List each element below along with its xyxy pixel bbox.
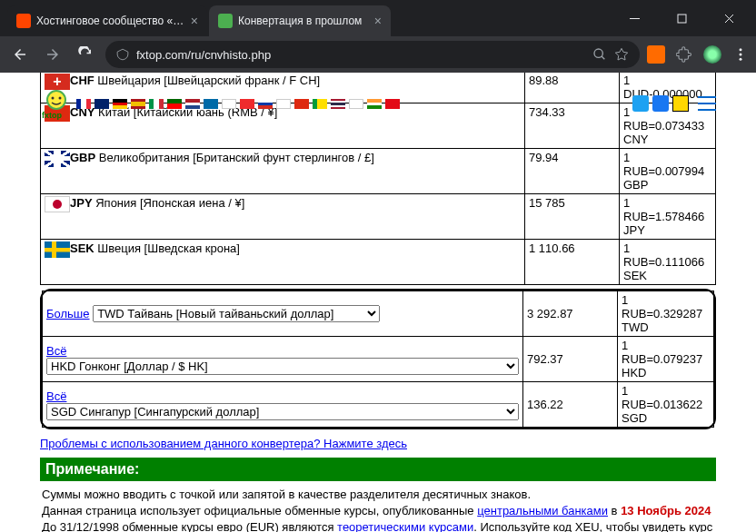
rate-cell: 1RUB=1.578466 JPY bbox=[620, 194, 716, 240]
extra-currencies-box: Больше TWD Тайвань [Новый тайваньский до… bbox=[40, 289, 716, 429]
table-row: JPY Япония [Японская иена / ¥] 15 785 1R… bbox=[41, 194, 716, 240]
table-row: SEK Швеция [Шведская крона] 1 110.66 1RU… bbox=[41, 240, 716, 285]
tab-title: Хостинговое сообщество «Ti… bbox=[36, 15, 185, 27]
flag-icon bbox=[45, 196, 70, 212]
flag-icon[interactable] bbox=[131, 99, 145, 109]
close-icon[interactable]: × bbox=[191, 14, 198, 28]
minimize-icon[interactable] bbox=[614, 5, 654, 32]
flag-icon[interactable] bbox=[294, 99, 309, 109]
value-cell: 15 785 bbox=[525, 194, 620, 240]
tab-title: Конвертация в прошлом bbox=[238, 15, 369, 27]
window-close-icon[interactable] bbox=[709, 5, 749, 32]
currency-desc: Швейцария [Швейцарский франк / F CH] bbox=[97, 74, 320, 87]
browser-tab[interactable]: Хостинговое сообщество «Ti… × bbox=[7, 5, 207, 36]
profile-icon[interactable] bbox=[703, 45, 721, 64]
all-link[interactable]: Всё bbox=[46, 389, 66, 403]
theoretical-rates-link[interactable]: теоретическими курсами bbox=[337, 520, 473, 532]
svg-point-2 bbox=[740, 48, 742, 51]
bookmark-icon[interactable] bbox=[614, 47, 629, 62]
language-flags bbox=[76, 99, 400, 109]
flag-icon[interactable] bbox=[76, 99, 91, 109]
currency-code: GBP bbox=[70, 151, 95, 164]
all-link[interactable]: Всё bbox=[46, 344, 66, 358]
site-logo[interactable]: fxtop bbox=[40, 87, 73, 120]
rate-cell: 1RUB=0.111066 SEK bbox=[620, 240, 716, 285]
currency-code: SEK bbox=[70, 241, 94, 255]
flag-icon[interactable] bbox=[331, 99, 345, 109]
back-icon[interactable] bbox=[7, 42, 33, 67]
flag-icon[interactable] bbox=[240, 99, 254, 109]
extensions-icon[interactable] bbox=[676, 46, 692, 63]
flag-icon[interactable] bbox=[149, 99, 164, 109]
menu-icon[interactable] bbox=[732, 46, 749, 63]
address-bar[interactable]: fxtop.com/ru/cnvhisto.php bbox=[105, 41, 640, 68]
extension-icon[interactable] bbox=[647, 45, 665, 64]
facebook-icon[interactable] bbox=[652, 95, 669, 112]
flag-icon[interactable] bbox=[222, 99, 236, 109]
svg-point-4 bbox=[740, 58, 742, 61]
twitter-icon[interactable] bbox=[632, 95, 649, 112]
svg-point-1 bbox=[594, 49, 602, 57]
rate-cell: 1RUB=0.329287 TWD bbox=[618, 291, 714, 337]
value-cell: 79.94 bbox=[525, 149, 620, 194]
currency-desc: Швеция [Шведская крона] bbox=[97, 241, 240, 255]
window-controls bbox=[614, 0, 749, 36]
titlebar: Хостинговое сообщество «Ti… × Конвертаци… bbox=[0, 0, 756, 36]
flag-icon[interactable] bbox=[185, 99, 200, 109]
flag-icon[interactable] bbox=[385, 99, 400, 109]
currency-select[interactable]: HKD Гонконг [Доллар / $ HK] bbox=[46, 358, 519, 375]
flag-icon[interactable] bbox=[258, 99, 273, 109]
flag-icon bbox=[45, 151, 70, 167]
forward-icon[interactable] bbox=[40, 42, 65, 67]
problems-link[interactable]: Проблемы с использованием данного конвер… bbox=[40, 437, 407, 450]
more-link[interactable]: Больше bbox=[46, 307, 90, 320]
rate-cell: 1RUB=0.007994 GBP bbox=[620, 149, 716, 194]
flag-icon[interactable] bbox=[204, 99, 218, 109]
table-row: ВсёHKD Гонконг [Доллар / $ HK] 792.37 1R… bbox=[43, 337, 714, 382]
svg-rect-0 bbox=[678, 15, 686, 23]
reload-icon[interactable] bbox=[73, 42, 98, 67]
hamburger-icon[interactable] bbox=[698, 96, 716, 111]
flag-icon[interactable] bbox=[167, 99, 182, 109]
currency-desc: Великобритания [Британский фунт стерлинг… bbox=[99, 151, 374, 164]
svg-point-3 bbox=[740, 54, 742, 56]
value-cell: 136.22 bbox=[523, 382, 618, 428]
toolbar-right bbox=[647, 45, 749, 64]
header-row: fxtop bbox=[40, 87, 716, 120]
currency-desc: Япония [Японская иена / ¥] bbox=[95, 196, 244, 210]
flag-icon[interactable] bbox=[313, 99, 327, 109]
central-banks-link[interactable]: центральными банками bbox=[477, 504, 608, 517]
currency-select[interactable]: SGD Сингапур [Сингапурский доллар] bbox=[46, 403, 519, 420]
table-row: ВсёSGD Сингапур [Сингапурский доллар] 13… bbox=[43, 382, 714, 428]
rate-cell: 1RUB=0.013622 SGD bbox=[618, 382, 714, 428]
date-text: 13 Ноябрь 2024 bbox=[621, 504, 711, 517]
svg-text:fxtop: fxtop bbox=[42, 111, 62, 120]
tab-favicon bbox=[218, 14, 233, 28]
site-settings-icon[interactable] bbox=[116, 48, 129, 61]
value-cell: 1 110.66 bbox=[525, 240, 620, 285]
currency-code: CHF bbox=[70, 74, 94, 87]
page-content: fxtop bbox=[0, 73, 756, 532]
currency-code: JPY bbox=[70, 196, 93, 210]
zoom-icon[interactable] bbox=[592, 47, 607, 62]
note-body: Суммы можно вводить с точкой или запятой… bbox=[40, 481, 716, 532]
value-cell: 3 292.87 bbox=[523, 291, 618, 337]
email-icon[interactable] bbox=[672, 95, 689, 112]
maximize-icon[interactable] bbox=[662, 5, 701, 32]
flag-icon[interactable] bbox=[367, 99, 382, 109]
close-icon[interactable]: × bbox=[374, 14, 382, 28]
browser-toolbar: fxtop.com/ru/cnvhisto.php bbox=[0, 36, 756, 73]
svg-point-5 bbox=[47, 91, 65, 109]
svg-point-7 bbox=[59, 97, 62, 100]
flag-icon bbox=[45, 241, 70, 258]
flag-icon[interactable] bbox=[276, 99, 291, 109]
browser-tab-active[interactable]: Конвертация в прошлом × bbox=[209, 5, 391, 36]
flag-icon[interactable] bbox=[113, 99, 127, 109]
flag-icon[interactable] bbox=[349, 99, 363, 109]
currency-select[interactable]: TWD Тайвань [Новый тайваньский доллар] bbox=[93, 305, 380, 322]
social-icons bbox=[632, 95, 716, 112]
problems-row: Проблемы с использованием данного конвер… bbox=[40, 437, 716, 450]
flag-icon[interactable] bbox=[94, 99, 109, 109]
note-header: Примечание: bbox=[40, 458, 716, 481]
table-row: Больше TWD Тайвань [Новый тайваньский до… bbox=[43, 291, 714, 337]
